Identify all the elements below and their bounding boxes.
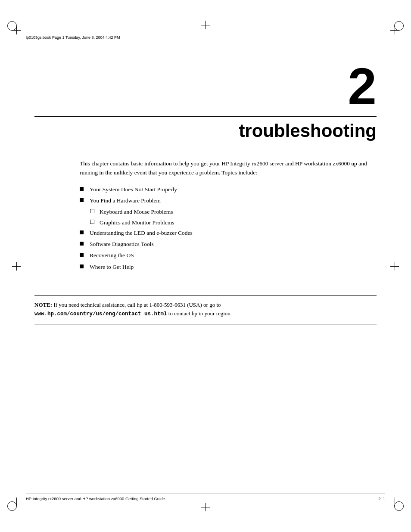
left-center-mark xyxy=(12,262,21,271)
list-item: Your System Does Not Start Properly xyxy=(80,185,377,194)
note-box: NOTE: If you need technical assistance, … xyxy=(34,295,377,324)
list-item: Recovering the OS xyxy=(80,251,377,260)
bullet-icon xyxy=(80,187,84,191)
list-item: Software Diagnostics Tools xyxy=(80,240,377,249)
checkbox-icon xyxy=(90,220,94,224)
checkbox-icon xyxy=(90,209,94,213)
chapter-number: 2 xyxy=(348,60,377,112)
list-item: Graphics and Monitor Problems xyxy=(90,218,377,227)
topic-text: You Find a Hardware Problem xyxy=(90,196,161,205)
circle-mark-tl xyxy=(7,21,17,31)
intro-paragraph: This chapter contains basic information … xyxy=(80,159,377,177)
sub-topics-list: Keyboard and Mouse Problems Graphics and… xyxy=(90,208,377,227)
list-item: You Find a Hardware Problem xyxy=(80,196,377,205)
list-item: Keyboard and Mouse Problems xyxy=(90,208,377,216)
top-center-mark xyxy=(201,21,210,29)
topic-text: Where to Get Help xyxy=(90,263,134,271)
topic-text: Software Diagnostics Tools xyxy=(90,240,154,249)
main-content: This chapter contains basic information … xyxy=(80,159,377,274)
bullet-icon xyxy=(80,230,84,234)
topic-text: Recovering the OS xyxy=(90,251,134,260)
footer: HP Integrity rx2600 server and HP workst… xyxy=(26,496,385,501)
footer-left: HP Integrity rx2600 server and HP workst… xyxy=(26,496,165,501)
circle-mark-tr xyxy=(394,21,404,31)
bullet-icon xyxy=(80,253,84,257)
chapter-rule xyxy=(34,116,377,117)
topic-text: Understanding the LED and e-buzzer Codes xyxy=(90,229,193,237)
bullet-icon xyxy=(80,242,84,246)
bullet-icon xyxy=(80,198,84,202)
sub-topic-text: Graphics and Monitor Problems xyxy=(100,218,174,227)
circle-mark-br xyxy=(394,501,404,511)
note-text-before: If you need technical assistance, call h… xyxy=(53,302,221,308)
list-item: Where to Get Help xyxy=(80,263,377,271)
note-url: www.hp.com/country/us/eng/contact_us.htm… xyxy=(34,311,167,317)
book-info: lp0103gs.book Page 1 Tuesday, June 8, 20… xyxy=(26,35,385,40)
bottom-center-mark xyxy=(201,503,210,511)
page: lp0103gs.book Page 1 Tuesday, June 8, 20… xyxy=(0,0,411,532)
note-text-after: to contact hp in your region. xyxy=(168,310,232,317)
footer-rule xyxy=(26,494,385,494)
bullet-icon xyxy=(80,264,84,268)
footer-right: 2–1 xyxy=(378,496,385,501)
list-item: Understanding the LED and e-buzzer Codes xyxy=(80,229,377,237)
topic-text: Your System Does Not Start Properly xyxy=(90,185,177,194)
topics-list: Your System Does Not Start Properly You … xyxy=(80,185,377,271)
chapter-title: troubleshooting xyxy=(34,121,377,141)
right-center-mark xyxy=(390,262,399,271)
circle-mark-bl xyxy=(7,501,17,511)
sub-topic-text: Keyboard and Mouse Problems xyxy=(100,208,173,216)
note-label: NOTE: xyxy=(34,302,52,308)
